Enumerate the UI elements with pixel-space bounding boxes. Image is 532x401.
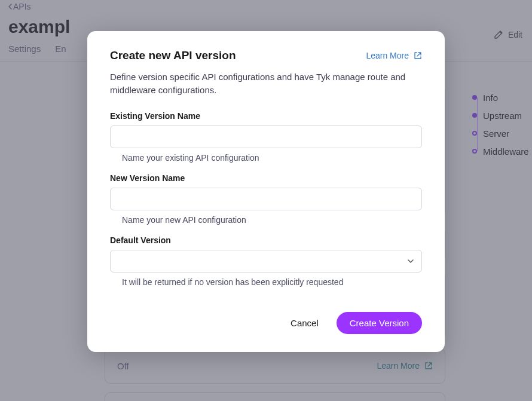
- modal-learn-more-label: Learn More: [366, 51, 409, 60]
- existing-version-input[interactable]: [110, 125, 422, 148]
- modal-learn-more-link[interactable]: Learn More: [366, 51, 422, 60]
- default-version-select[interactable]: [110, 250, 422, 273]
- modal-description: Define version specific API configuratio…: [110, 71, 409, 97]
- modal-overlay[interactable]: Create new API version Learn More Define…: [0, 0, 532, 401]
- new-version-label: New Version Name: [110, 173, 422, 183]
- create-version-modal: Create new API version Learn More Define…: [87, 31, 445, 352]
- external-link-icon: [414, 51, 422, 60]
- default-version-label: Default Version: [110, 235, 422, 245]
- existing-version-hint: Name your existing API configuration: [110, 153, 422, 163]
- existing-version-label: Existing Version Name: [110, 111, 422, 121]
- default-version-hint: It will be returned if no version has be…: [110, 277, 422, 287]
- create-version-button[interactable]: Create Version: [337, 312, 422, 334]
- modal-title: Create new API version: [110, 49, 236, 62]
- new-version-input[interactable]: [110, 188, 422, 210]
- new-version-hint: Name your new API configuration: [110, 215, 422, 225]
- cancel-button[interactable]: Cancel: [291, 318, 319, 328]
